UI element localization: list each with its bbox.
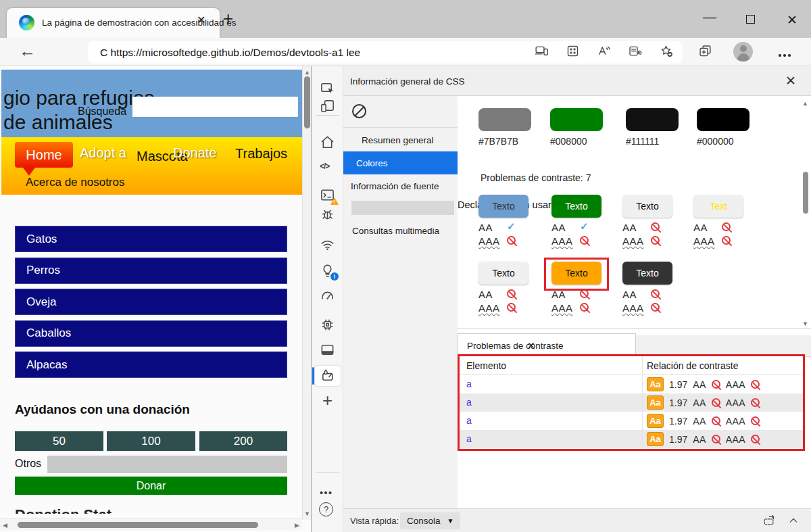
memory-chip-icon[interactable] bbox=[320, 317, 335, 333]
device-toolbar-icon[interactable] bbox=[320, 99, 335, 114]
dock-console-icon[interactable] bbox=[762, 514, 776, 530]
welcome-home-icon[interactable] bbox=[320, 135, 335, 150]
element-link[interactable]: a bbox=[466, 397, 472, 408]
fail-icon bbox=[722, 236, 731, 245]
scroll-up-icon[interactable]: ▲ bbox=[802, 100, 808, 107]
colors-main-area: #7B7B7B #008000 #111111 #000000 Problema… bbox=[458, 96, 811, 329]
sidebar-item-resumen[interactable]: Resumen general bbox=[343, 128, 458, 151]
quick-view-dropdown[interactable]: Consola ▼ bbox=[400, 512, 460, 529]
immersive-reader-icon[interactable] bbox=[628, 44, 642, 61]
performance-gauge-icon[interactable] bbox=[320, 288, 335, 304]
category-button-caballos[interactable]: Caballos bbox=[15, 320, 287, 347]
network-icon[interactable] bbox=[320, 237, 335, 253]
page-horizontal-scrollbar[interactable]: ◀ ▶ bbox=[0, 518, 302, 530]
scroll-left-icon[interactable]: ◀ bbox=[3, 522, 7, 529]
home-tab-pointer bbox=[23, 168, 35, 176]
more-options-icon[interactable] bbox=[324, 491, 327, 494]
address-bar[interactable]: C https://microsoftedge.github.io/Demos/… bbox=[88, 41, 683, 64]
add-favorite-star-icon[interactable] bbox=[659, 44, 673, 61]
tab-close-icon[interactable]: ✕ bbox=[197, 14, 205, 26]
window-minimize-button[interactable]: — bbox=[703, 9, 716, 25]
color-swatch[interactable] bbox=[626, 108, 679, 131]
debug-bug-icon[interactable] bbox=[320, 207, 335, 222]
vertical-scroll-thumb[interactable] bbox=[304, 76, 310, 128]
scroll-down-icon[interactable]: ▼ bbox=[304, 510, 310, 517]
amount-button-200[interactable]: 200 bbox=[199, 431, 287, 451]
element-link[interactable]: a bbox=[466, 433, 472, 444]
scroll-up-icon[interactable]: ▲ bbox=[304, 69, 310, 76]
aaa-label: AAA bbox=[693, 235, 715, 247]
search-input[interactable] bbox=[132, 97, 298, 117]
color-hex-label: #7B7B7B bbox=[478, 136, 518, 147]
nav-acerca-link[interactable]: Acerca de nosotros bbox=[26, 176, 124, 189]
category-button-alpacas[interactable]: Alpacas bbox=[15, 352, 287, 378]
sidebar-item-placeholder[interactable] bbox=[351, 201, 454, 215]
elements-icon[interactable]: </> bbox=[320, 162, 335, 177]
scroll-down-icon[interactable]: ▼ bbox=[802, 320, 808, 327]
colors-scroll-thumb[interactable] bbox=[803, 172, 808, 214]
tab-close-x-icon[interactable]: ✕ bbox=[527, 340, 535, 351]
sidebar-item-colores[interactable]: Colores bbox=[343, 151, 458, 174]
console-icon[interactable] bbox=[320, 187, 335, 203]
inspect-icon[interactable] bbox=[320, 81, 335, 97]
sidebar-item-consultas[interactable]: Consultas multimedia bbox=[343, 219, 458, 242]
profile-avatar[interactable] bbox=[733, 42, 753, 62]
nav-trabajos-link[interactable]: Trabajos bbox=[235, 146, 287, 162]
devtools-close-icon[interactable]: ✕ bbox=[785, 73, 796, 89]
nav-donate-link[interactable]: Donate bbox=[173, 145, 217, 161]
category-button-oveja[interactable]: Oveja bbox=[15, 289, 287, 315]
contrast-sample: TextAAAAA bbox=[693, 195, 743, 249]
page-vertical-scrollbar[interactable]: ▲ ▼ bbox=[302, 66, 311, 520]
css-overview-icon[interactable] bbox=[320, 368, 335, 383]
settings-more-icon[interactable] bbox=[779, 54, 781, 57]
scroll-right-icon[interactable]: ▶ bbox=[295, 522, 299, 529]
colors-scrollbar[interactable]: ▲ ▼ bbox=[802, 96, 810, 329]
expand-quick-view-icon[interactable] bbox=[787, 514, 800, 530]
table-row[interactable]: a Aa1.97AAAAA bbox=[460, 375, 803, 393]
contrast-sample: TextoAA✓AAA bbox=[551, 195, 601, 249]
horizontal-scroll-thumb[interactable] bbox=[18, 522, 258, 528]
fail-icon bbox=[580, 303, 589, 312]
category-button-gatos[interactable]: Gatos bbox=[15, 226, 287, 252]
titlebar: La página de demostración con accesibili… bbox=[0, 0, 811, 38]
hints-lightbulb-icon[interactable]: i bbox=[320, 263, 335, 279]
nav-adopt-link[interactable]: Adopt a bbox=[80, 145, 126, 161]
read-aloud-icon[interactable] bbox=[597, 44, 611, 61]
browser-tab[interactable]: La página de demostración con accesibili… bbox=[7, 8, 220, 38]
amount-button-100[interactable]: 100 bbox=[107, 431, 195, 451]
site-header: gio para refugios de animales Búsqueda bbox=[1, 70, 302, 137]
contrast-sample: TextoAAAAA bbox=[622, 195, 672, 249]
help-icon[interactable]: ? bbox=[319, 502, 333, 516]
color-swatch[interactable] bbox=[478, 108, 531, 131]
table-row[interactable]: a Aa1.97AAAAA bbox=[460, 412, 803, 430]
element-link[interactable]: a bbox=[466, 379, 472, 389]
new-tab-icon[interactable]: + bbox=[223, 8, 233, 29]
table-row[interactable]: a Aa1.97AAAAA bbox=[460, 430, 803, 448]
element-link[interactable]: a bbox=[466, 415, 472, 426]
sidebar-item-fuente[interactable]: Información de fuente bbox=[343, 174, 458, 197]
table-row[interactable]: a Aa1.97AAAAA bbox=[460, 393, 803, 412]
collections-icon[interactable] bbox=[698, 44, 712, 61]
category-button-perros[interactable]: Perros bbox=[15, 258, 287, 284]
donar-button[interactable]: Donar bbox=[15, 477, 287, 495]
dropdown-value: Consola bbox=[407, 516, 441, 526]
window-close-button[interactable]: ✕ bbox=[787, 12, 797, 28]
otros-input[interactable] bbox=[47, 456, 287, 473]
color-swatch[interactable] bbox=[550, 108, 603, 131]
fail-icon bbox=[507, 303, 516, 312]
more-tools-plus-icon[interactable]: + bbox=[320, 393, 335, 408]
aa-label: AA bbox=[478, 289, 493, 300]
color-swatch[interactable] bbox=[697, 108, 749, 131]
window-maximize-button[interactable] bbox=[746, 15, 755, 24]
aaa-label: AAA bbox=[726, 397, 745, 408]
application-icon[interactable] bbox=[320, 342, 335, 358]
amount-button-50[interactable]: 50 bbox=[15, 431, 103, 451]
back-button[interactable]: ← bbox=[19, 41, 36, 61]
nav-home-link[interactable]: Home bbox=[15, 142, 73, 168]
contrast-issues-tab[interactable]: Problemas de contraste ✕ bbox=[458, 333, 636, 357]
clear-overview-icon[interactable] bbox=[352, 104, 366, 118]
contrast-sample: TextoAAAAA bbox=[478, 262, 529, 316]
device-emulation-icon[interactable] bbox=[535, 44, 549, 61]
sidebar-divider bbox=[343, 127, 458, 128]
apps-grid-icon[interactable] bbox=[566, 44, 580, 61]
